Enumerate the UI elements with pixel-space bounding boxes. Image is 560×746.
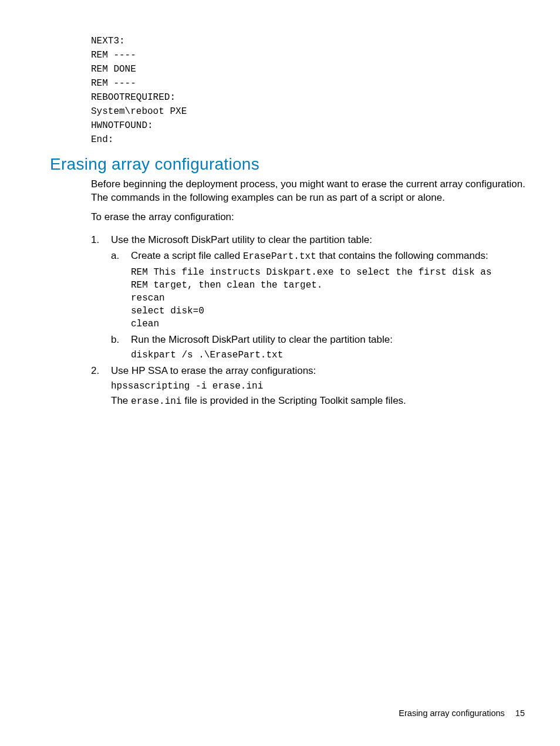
- step-1a-marker: a.: [111, 249, 119, 262]
- footer-label: Erasing array configurations: [399, 708, 505, 718]
- step-2-tail-post: file is provided in the Scripting Toolki…: [181, 395, 406, 406]
- step-1-sublist: a. Create a script file called ErasePart…: [111, 249, 537, 362]
- step-1b-marker: b.: [111, 333, 119, 346]
- step-2: Use HP SSA to erase the array configurat…: [91, 364, 537, 409]
- step-2-tail: The erase.ini file is provided in the Sc…: [111, 394, 537, 409]
- step-1a: a. Create a script file called ErasePart…: [111, 249, 537, 330]
- step-1a-filename: ErasePart.txt: [243, 251, 316, 262]
- lead-paragraph: To erase the array configuration:: [91, 210, 537, 224]
- steps-list: Use the Microsoft DiskPart utility to cl…: [91, 233, 537, 409]
- page-content: NEXT3: REM ---- REM DONE REM ---- REBOOT…: [0, 0, 560, 409]
- intro-paragraph: Before beginning the deployment process,…: [91, 177, 537, 204]
- step-1-text: Use the Microsoft DiskPart utility to cl…: [111, 234, 372, 245]
- footer-page-number: 15: [515, 708, 525, 718]
- code-block-pre: NEXT3: REM ---- REM DONE REM ---- REBOOT…: [91, 34, 537, 147]
- step-1b: b. Run the Microsoft DiskPart utility to…: [111, 333, 537, 362]
- step-2-tail-pre: The: [111, 395, 131, 406]
- step-1b-text: Run the Microsoft DiskPart utility to cl…: [131, 334, 393, 345]
- step-1: Use the Microsoft DiskPart utility to cl…: [91, 233, 537, 362]
- page-footer: Erasing array configurations15: [399, 708, 525, 718]
- step-1a-prefix: Create a script file called: [131, 250, 243, 261]
- step-2-codeblock: hpssascripting -i erase.ini: [111, 380, 537, 393]
- step-2-text: Use HP SSA to erase the array configurat…: [111, 365, 316, 376]
- step-1a-codeblock: REM This file instructs Diskpart.exe to …: [131, 266, 537, 330]
- step-2-tail-code: erase.ini: [131, 396, 181, 407]
- section-heading: Erasing array configurations: [50, 155, 537, 174]
- step-1b-codeblock: diskpart /s .\ErasePart.txt: [131, 349, 537, 362]
- step-1a-suffix: that contains the following commands:: [316, 250, 488, 261]
